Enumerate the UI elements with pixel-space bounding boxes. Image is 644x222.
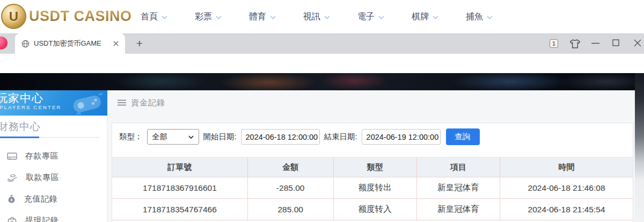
nav-item-fishing[interactable]: 捕魚 [466,11,493,23]
casino-nav-items: 首頁 彩票 體育 視訊 電子 棋牌 [141,0,493,33]
chevron-down-icon [216,16,222,19]
table-header-row: 訂單號 金額 類型 項目 時間 [112,157,633,177]
chevron-down-icon [270,16,276,19]
sidebar-item-withdraw[interactable]: 取款專區 [0,167,107,188]
nav-item-cards[interactable]: 棋牌 [412,11,438,23]
window-minimize-icon[interactable] [591,42,599,44]
tab-counter-badge[interactable]: 1 [550,39,558,48]
underline-accent [0,137,39,138]
underline-track [39,137,99,138]
casino-logo-text: USDT CASINO [29,8,132,25]
chevron-down-icon [324,16,330,19]
main-content: 資金記錄 類型： 全部 開始日期: 2024-06-18 12:00:00 結束… [107,90,635,222]
screen: U USDT CASINO 首頁 彩票 體育 視訊 電子 [0,0,644,222]
nav-item-label: 棋牌 [412,11,429,23]
nav-item-label: 首頁 [141,11,158,23]
sidebar: 玩家中心 PLAYERS CENTER 財務中心 [0,90,107,222]
sidebar-item-recharge-records[interactable]: 充值記錄 [0,188,107,210]
nav-item-video[interactable]: 視訊 [303,11,330,23]
sidebar-item-label: 充值記錄 [24,194,57,204]
cell-time: 2024-06-18 21:46:08 [500,177,633,199]
col-time: 時間 [500,157,633,177]
window-close-icon[interactable] [634,39,641,47]
sidebar-item-withdraw-records[interactable]: 提現記錄 [0,210,107,222]
casino-nav-bar: U USDT CASINO 首頁 彩票 體育 視訊 電子 [0,0,644,33]
sidebar-menu: 存款專區 取款專區 充值記錄 提現記錄 [0,145,107,222]
globe-icon [21,40,30,48]
purse-icon [7,217,17,222]
nav-item-home[interactable]: 首頁 [141,11,167,23]
type-label: 類型： [119,132,143,142]
tab-close-icon[interactable] [113,41,119,46]
type-select[interactable]: 全部 [147,129,199,145]
cell-type: 额度转出 [333,177,416,199]
nav-item-label: 體育 [249,11,266,23]
nav-item-slots[interactable]: 電子 [357,11,384,23]
sidebar-item-label: 提現記錄 [25,216,58,222]
sidebar-item-label: 取款專區 [26,173,59,183]
start-date-label: 開始日期: [203,132,237,142]
nav-item-label: 捕魚 [466,11,483,23]
browser-tab-bar: USDT加密货币GAME + 1 [0,33,644,54]
theme-shirt-icon[interactable] [569,39,581,48]
filter-bar: 類型： 全部 開始日期: 2024-06-18 12:00:00 結束日期: 2… [112,123,633,145]
table-row: 1718718367916601 -285.00 额度转出 新皇冠体育 2024… [112,177,633,199]
nav-item-label: 電子 [357,11,375,23]
page-title: 資金記錄 [131,98,165,108]
scrollbar[interactable] [635,73,644,222]
end-date-input[interactable]: 2024-06-19 12:00:00 [362,129,441,145]
tab-title: USDT加密货币GAME [34,39,109,48]
records-table: 訂單號 金額 類型 項目 時間 1718718367916601 -285.00… [112,157,633,220]
chevron-down-icon [162,16,167,19]
nav-item-lottery[interactable]: 彩票 [195,11,222,23]
cell-type: 额度转入 [333,199,416,220]
withdraw-hand-icon [7,174,18,182]
new-tab-button[interactable]: + [132,36,147,51]
cell-time: 2024-06-18 21:45:54 [500,199,633,220]
chevron-down-icon [378,16,384,19]
chevron-down-icon [433,16,438,19]
nav-item-label: 視訊 [303,11,320,23]
casino-logo[interactable]: U USDT CASINO [1,4,132,29]
cell-amount: -285.00 [247,177,333,199]
cell-order-no: 1718718354767466 [112,199,247,220]
casino-logo-coin-icon: U [1,4,26,29]
cell-order-no: 1718718367916601 [112,177,247,199]
type-select-value: 全部 [152,132,167,142]
money-bag-icon [7,195,16,204]
start-date-input[interactable]: 2024-06-18 12:00:00 [241,129,320,145]
cell-item: 新皇冠体育 [416,177,500,199]
cell-item: 新皇冠体育 [416,199,500,220]
browser-logo-icon[interactable] [0,37,8,49]
deposit-card-icon [7,152,17,160]
browser-toolbar: AI https://www.usdt04.com/hhcp/usercente… [0,54,644,73]
query-button[interactable]: 查詢 [446,128,480,145]
player-center-header: 玩家中心 PLAYERS CENTER [0,90,107,116]
select-chevron-icon [188,135,194,139]
finance-section-title: 財務中心 [0,120,107,134]
col-item: 項目 [416,157,500,177]
nav-item-sports[interactable]: 體育 [249,11,276,23]
collapse-menu-icon[interactable] [118,99,126,106]
page-title-bar: 資金記錄 [107,90,635,115]
hero-banner-image [0,73,644,90]
page-body: 玩家中心 PLAYERS CENTER 財務中心 [0,90,635,222]
end-date-label: 結束日期: [324,132,357,142]
sidebar-item-label: 存款專區 [25,151,58,161]
logo-letter: U [9,9,18,24]
table-row: 1718718354767466 285.00 额度转入 新皇冠体育 2024-… [112,199,633,220]
col-type: 類型 [333,157,416,177]
finance-section-underline [0,137,99,138]
records-panel: 類型： 全部 開始日期: 2024-06-18 12:00:00 結束日期: 2… [112,123,633,222]
cell-amount: 285.00 [247,199,333,220]
browser-tab[interactable]: USDT加密货币GAME [15,33,125,54]
nav-item-label: 彩票 [195,11,212,23]
chevron-down-icon [487,16,493,19]
window-maximize-icon[interactable] [612,39,619,46]
gamepad-icon [70,92,105,114]
col-order-no: 訂單號 [112,157,247,177]
sidebar-item-deposit[interactable]: 存款專區 [0,145,107,167]
col-amount: 金額 [247,157,333,177]
